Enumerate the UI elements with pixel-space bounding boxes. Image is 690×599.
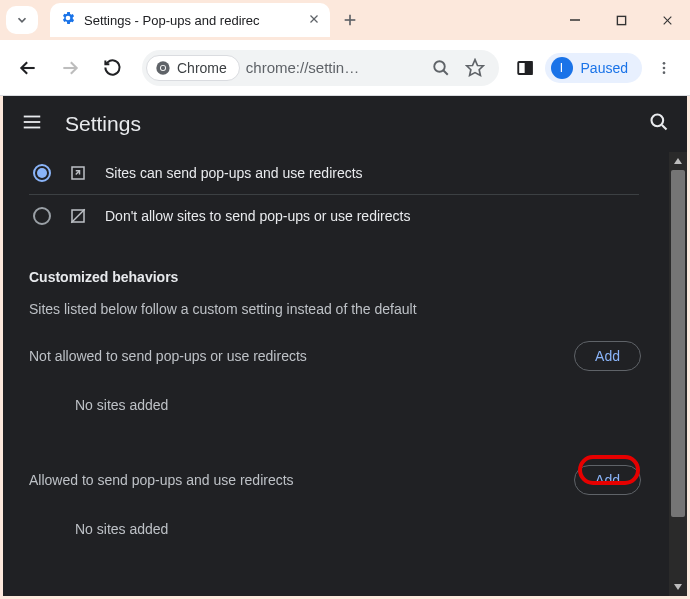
- svg-point-19: [663, 62, 666, 65]
- svg-marker-30: [674, 158, 682, 164]
- forward-button[interactable]: [52, 50, 88, 86]
- svg-point-20: [663, 66, 666, 69]
- scroll-up-arrow[interactable]: [669, 152, 687, 170]
- window-titlebar: Settings - Pop-ups and redirec: [0, 0, 690, 40]
- svg-point-12: [161, 65, 165, 69]
- profile-chip[interactable]: I Paused: [545, 53, 642, 83]
- svg-point-21: [663, 71, 666, 74]
- settings-content: Sites can send pop-ups and use redirects…: [3, 152, 663, 596]
- profile-status: Paused: [581, 60, 628, 76]
- page-viewport: Settings Sites can send pop-ups and use …: [3, 96, 687, 596]
- svg-line-29: [71, 209, 85, 223]
- minimize-button[interactable]: [552, 0, 598, 40]
- svg-point-25: [652, 115, 664, 127]
- search-icon[interactable]: [649, 112, 669, 136]
- svg-line-26: [662, 125, 667, 130]
- site-chip[interactable]: Chrome: [146, 55, 240, 81]
- reload-button[interactable]: [94, 50, 130, 86]
- radio-selected-icon: [33, 164, 51, 182]
- close-tab-icon[interactable]: [308, 11, 320, 29]
- new-tab-button[interactable]: [334, 4, 366, 36]
- add-allowed-button[interactable]: Add: [574, 465, 641, 495]
- window-controls: [552, 0, 690, 40]
- svg-marker-31: [674, 584, 682, 590]
- popup-block-icon: [69, 207, 87, 225]
- menu-button[interactable]: [648, 52, 680, 84]
- zoom-icon[interactable]: [427, 54, 455, 82]
- chrome-logo-icon: [155, 60, 171, 76]
- radio-unselected-icon: [33, 207, 51, 225]
- browser-tab[interactable]: Settings - Pop-ups and redirec: [50, 3, 330, 37]
- scroll-track[interactable]: [669, 170, 687, 578]
- not-allowed-label: Not allowed to send pop-ups or use redir…: [29, 348, 574, 364]
- svg-point-13: [434, 61, 445, 72]
- not-allowed-row: Not allowed to send pop-ups or use redir…: [3, 317, 663, 377]
- address-bar[interactable]: Chrome chrome://settin…: [142, 50, 499, 86]
- not-allowed-empty: No sites added: [3, 377, 663, 413]
- hamburger-icon[interactable]: [21, 111, 43, 137]
- svg-rect-5: [617, 16, 625, 24]
- custom-behaviors-heading: Customized behaviors: [3, 237, 663, 293]
- custom-behaviors-subtitle: Sites listed below follow a custom setti…: [3, 293, 663, 317]
- back-button[interactable]: [10, 50, 46, 86]
- scroll-thumb[interactable]: [671, 170, 685, 517]
- settings-header: Settings: [3, 96, 687, 152]
- radio-label: Don't allow sites to send pop-ups or use…: [105, 208, 410, 224]
- allowed-row: Allowed to send pop-ups and use redirect…: [3, 413, 663, 501]
- radio-block-popups[interactable]: Don't allow sites to send pop-ups or use…: [3, 195, 663, 237]
- popup-allow-icon: [69, 164, 87, 182]
- svg-line-14: [443, 70, 448, 75]
- browser-toolbar: Chrome chrome://settin… I Paused: [0, 40, 690, 96]
- radio-allow-popups[interactable]: Sites can send pop-ups and use redirects: [3, 152, 663, 194]
- tab-search-button[interactable]: [6, 6, 38, 34]
- url-text: chrome://settin…: [246, 59, 421, 76]
- tab-title: Settings - Pop-ups and redirec: [84, 13, 300, 28]
- add-not-allowed-button[interactable]: Add: [574, 341, 641, 371]
- bookmark-icon[interactable]: [461, 54, 489, 82]
- gear-icon: [60, 10, 76, 30]
- scroll-down-arrow[interactable]: [669, 578, 687, 596]
- page-title: Settings: [65, 112, 627, 136]
- site-chip-label: Chrome: [177, 60, 227, 76]
- maximize-button[interactable]: [598, 0, 644, 40]
- svg-marker-15: [466, 59, 483, 75]
- close-window-button[interactable]: [644, 0, 690, 40]
- allowed-empty: No sites added: [3, 501, 663, 537]
- avatar: I: [551, 57, 573, 79]
- allowed-label: Allowed to send pop-ups and use redirect…: [29, 472, 574, 488]
- svg-rect-18: [525, 62, 531, 74]
- side-panel-icon[interactable]: [511, 54, 539, 82]
- vertical-scrollbar[interactable]: [669, 152, 687, 596]
- radio-label: Sites can send pop-ups and use redirects: [105, 165, 363, 181]
